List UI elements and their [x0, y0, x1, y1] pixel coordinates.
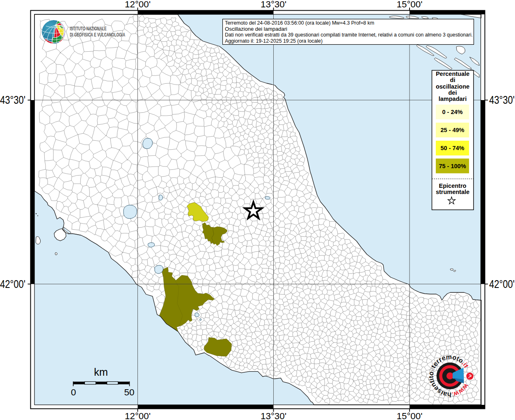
svg-text:13°30': 13°30': [261, 0, 286, 9]
svg-text:dei: dei: [449, 89, 457, 96]
svg-text:13°30': 13°30': [261, 411, 286, 420]
svg-text:0: 0: [71, 387, 76, 397]
svg-text:50: 50: [124, 387, 134, 397]
svg-text:43°30': 43°30': [489, 94, 515, 106]
svg-text:Aggiornato il: 19-12-2025 19:2: Aggiornato il: 19-12-2025 19:25 (ora loc…: [225, 38, 323, 44]
svg-text:Percentuale: Percentuale: [436, 71, 469, 77]
svg-text:lampadari: lampadari: [439, 96, 467, 102]
svg-text:oscillazione: oscillazione: [436, 83, 469, 90]
svg-text:25 - 49%: 25 - 49%: [440, 127, 464, 133]
svg-text:15°00': 15°00': [397, 411, 423, 420]
svg-text:15°00': 15°00': [397, 0, 423, 9]
svg-text:km: km: [94, 366, 108, 378]
svg-text:50 - 74%: 50 - 74%: [440, 145, 464, 151]
svg-text:Dati non verificati estratti d: Dati non verificati estratti da 39 quest…: [225, 32, 473, 38]
svg-text:12°00': 12°00': [125, 0, 151, 9]
svg-text:75 - 100%: 75 - 100%: [439, 163, 466, 169]
svg-text:DI GEOFISICA E VULCANOLOGIA: DI GEOFISICA E VULCANOLOGIA: [70, 32, 125, 38]
svg-text:ISTITUTO NAZIONALE: ISTITUTO NAZIONALE: [70, 25, 107, 32]
svg-text:Terremoto del 24-08-2016 03:56: Terremoto del 24-08-2016 03:56:00 (ora l…: [225, 20, 374, 26]
svg-text:12°00': 12°00': [125, 411, 151, 420]
svg-text:strumentale: strumentale: [436, 189, 469, 195]
svg-text:Epicentro: Epicentro: [439, 183, 467, 189]
svg-text:0 - 24%: 0 - 24%: [442, 109, 463, 115]
svg-text:43°30': 43°30': [0, 94, 25, 106]
svg-text:42°00': 42°00': [0, 278, 25, 290]
svg-text:di: di: [450, 77, 455, 83]
svg-text:Oscillazione dei lampadari: Oscillazione dei lampadari: [225, 26, 287, 32]
svg-text:42°00': 42°00': [489, 278, 515, 290]
